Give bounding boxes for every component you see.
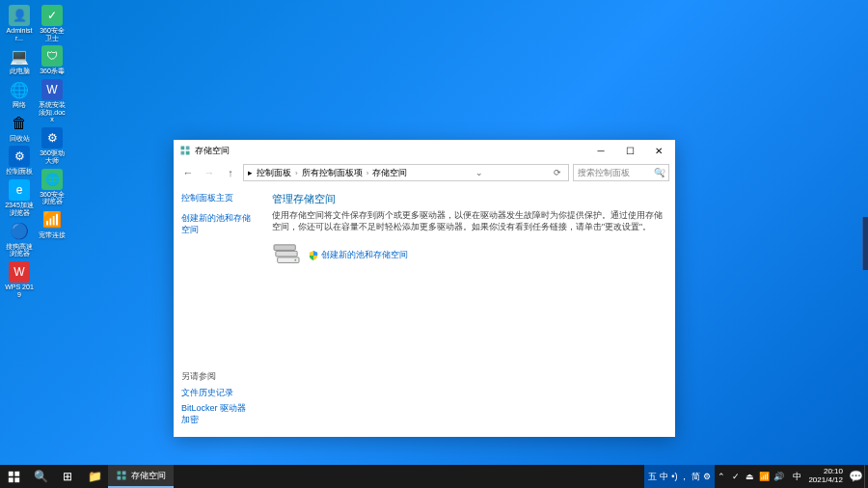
tray-icon[interactable]: 🔊 <box>773 471 785 483</box>
tray-chevron-up-icon[interactable]: ⌃ <box>715 471 727 483</box>
desktop-icon-wps-2019[interactable]: WWPS 2019 <box>5 261 34 298</box>
ime-item[interactable]: 五 <box>648 471 657 483</box>
notifications-button[interactable]: 💬 <box>847 465 864 488</box>
desktop-icon-sysinstall-doc[interactable]: W系统安装须知.docx <box>38 79 67 123</box>
svg-rect-0 <box>181 147 185 150</box>
desktop-icon-administrator[interactable]: 👤Administr... <box>5 5 34 41</box>
control-panel-icon: ⚙ <box>9 146 30 167</box>
svg-rect-2 <box>181 151 185 155</box>
svg-rect-5 <box>276 251 297 257</box>
tray-icon[interactable]: ⏏ <box>744 471 756 483</box>
desktop-icon-360-safe[interactable]: ✓360安全卫士 <box>38 5 67 41</box>
svg-rect-11 <box>14 477 19 482</box>
tray-icon[interactable]: ✓ <box>729 471 742 483</box>
ime-item[interactable]: 中 <box>660 471 668 483</box>
this-pc-icon: 💻 <box>9 45 30 67</box>
desktop-icon-label: 搜狗高速浏览器 <box>5 243 34 258</box>
sidebar: 控制面板主页 创建新的池和存储空间 另请参阅 文件历史记录 BitLocker … <box>174 184 260 437</box>
uac-shield-icon <box>309 251 318 260</box>
help-icon[interactable]: ❔ <box>657 169 667 178</box>
right-edge-widget[interactable] <box>862 217 868 270</box>
seealso-link[interactable]: 文件历史记录 <box>181 387 253 399</box>
desktop-icon-network[interactable]: 🌐网络 <box>5 79 34 109</box>
task-view-button[interactable]: ⊞ <box>54 465 81 488</box>
ime-item[interactable]: 简 <box>692 471 700 483</box>
window-icon <box>179 145 191 156</box>
breadcrumb[interactable]: ▸ 控制面板 › 所有控制面板项 › 存储空间 ⌄ ⟳ <box>243 164 569 181</box>
desktop-icon-label: 360杀毒 <box>40 68 65 75</box>
desktop-icon-360-antivirus[interactable]: 🛡360杀毒 <box>38 45 67 75</box>
svg-rect-10 <box>8 477 13 482</box>
svg-rect-3 <box>186 151 190 155</box>
broadband-icon: 📶 <box>41 209 63 230</box>
search-input[interactable]: 搜索控制面板 🔍 <box>573 164 669 181</box>
taskbar-clock[interactable]: 20:10 2021/4/12 <box>804 468 847 485</box>
create-pool-link[interactable]: 创建新的池和存储空间 <box>309 249 408 261</box>
desktop-icon-label: 回收站 <box>10 135 30 143</box>
desktop-icon-label: 2345加速浏览器 <box>5 202 34 216</box>
sidebar-home-link[interactable]: 控制面板主页 <box>181 192 253 204</box>
desktop: 👤Administr...💻此电脑🌐网络🗑回收站⚙控制面板e2345加速浏览器🔵… <box>0 0 868 488</box>
tray-icon[interactable]: 📶 <box>758 471 771 483</box>
minimize-button[interactable]: ─ <box>586 140 615 161</box>
svg-rect-12 <box>118 472 122 475</box>
taskbar-search-button[interactable]: 🔍 <box>27 465 54 488</box>
desktop-icons: 👤Administr...💻此电脑🌐网络🗑回收站⚙控制面板e2345加速浏览器🔵… <box>5 5 67 298</box>
svg-point-7 <box>294 258 296 260</box>
maximize-button[interactable]: ☐ <box>615 140 644 161</box>
desktop-icon-label: 网络 <box>13 101 26 109</box>
desktop-icon-label: 360安全浏览器 <box>38 191 67 205</box>
desktop-icon-control-panel[interactable]: ⚙控制面板 <box>5 146 34 176</box>
svg-rect-8 <box>8 471 13 475</box>
show-desktop-button[interactable] <box>864 465 868 488</box>
desktop-icon-label: 控制面板 <box>6 168 33 176</box>
administrator-icon: 👤 <box>9 5 30 26</box>
svg-rect-13 <box>122 472 126 475</box>
breadcrumb-item[interactable]: 所有控制面板项 <box>302 167 363 179</box>
window-title: 存储空间 <box>195 145 230 157</box>
seealso-heading: 另请参阅 <box>181 370 253 383</box>
breadcrumb-refresh-icon[interactable]: ⟳ <box>551 168 564 177</box>
360-browser-icon: 🌐 <box>41 169 63 190</box>
sogou-browser-icon: 🔵 <box>9 221 30 242</box>
ime-indicator[interactable]: 中 <box>789 465 804 488</box>
breadcrumb-dropdown[interactable]: ⌄ <box>473 168 486 177</box>
taskbar-active-app[interactable]: 存储空间 <box>108 465 174 488</box>
titlebar: 存储空间 ─ ☐ ✕ <box>174 140 675 161</box>
seealso-link[interactable]: BitLocker 驱动器加密 <box>181 402 253 426</box>
ime-toolbar[interactable]: 五中•)，简⚙ <box>644 465 715 488</box>
2345-browser-icon: e <box>9 179 30 201</box>
window-body: 控制面板主页 创建新的池和存储空间 另请参阅 文件历史记录 BitLocker … <box>174 184 675 437</box>
sidebar-create-link[interactable]: 创建新的池和存储空间 <box>181 212 253 236</box>
ime-item[interactable]: ， <box>680 471 689 483</box>
desktop-icon-label: 系统安装须知.docx <box>38 101 67 123</box>
start-button[interactable] <box>0 465 27 488</box>
breadcrumb-item[interactable]: 存储空间 <box>372 167 407 179</box>
desktop-icon-sogou-browser[interactable]: 🔵搜狗高速浏览器 <box>5 221 34 258</box>
breadcrumb-item[interactable]: 控制面板 <box>257 167 291 179</box>
chevron-right-icon: › <box>366 169 369 177</box>
action-row: 创建新的池和存储空间 <box>272 243 664 268</box>
forward-button[interactable]: → <box>201 164 218 181</box>
up-button[interactable]: ↑ <box>222 164 239 181</box>
svg-rect-15 <box>122 476 126 480</box>
desktop-icon-this-pc[interactable]: 💻此电脑 <box>5 45 34 75</box>
wps-2019-icon: W <box>9 261 30 283</box>
taskbar: 🔍 ⊞ 📁 存储空间 五中•)，简⚙ ⌃ ✓⏏📶🔊 中 20:10 2021/4… <box>0 465 868 488</box>
back-button[interactable]: ← <box>179 164 197 181</box>
create-pool-label: 创建新的池和存储空间 <box>321 249 408 261</box>
desktop-icon-360-driver[interactable]: ⚙360驱动大师 <box>38 127 67 164</box>
ime-item[interactable]: •) <box>671 472 677 481</box>
desktop-icon-label: 360驱动大师 <box>38 149 67 164</box>
desktop-icon-recycle-bin[interactable]: 🗑回收站 <box>5 113 34 143</box>
close-button[interactable]: ✕ <box>644 140 673 161</box>
taskbar-app-label: 存储空间 <box>131 470 166 482</box>
nav-toolbar: ← → ↑ ▸ 控制面板 › 所有控制面板项 › 存储空间 ⌄ ⟳ 搜索控制面板… <box>174 161 675 184</box>
content-pane: 管理存储空间 使用存储空间将文件保存到两个或更多驱动器，以便在驱动器发生故障时为… <box>260 184 675 437</box>
desktop-icon-2345-browser[interactable]: e2345加速浏览器 <box>5 179 34 216</box>
360-antivirus-icon: 🛡 <box>41 45 63 67</box>
desktop-icon-360-browser[interactable]: 🌐360安全浏览器 <box>38 169 67 205</box>
ime-item[interactable]: ⚙ <box>703 472 711 481</box>
taskbar-file-explorer[interactable]: 📁 <box>81 465 108 488</box>
desktop-icon-broadband[interactable]: 📶宽带连接 <box>38 209 67 239</box>
